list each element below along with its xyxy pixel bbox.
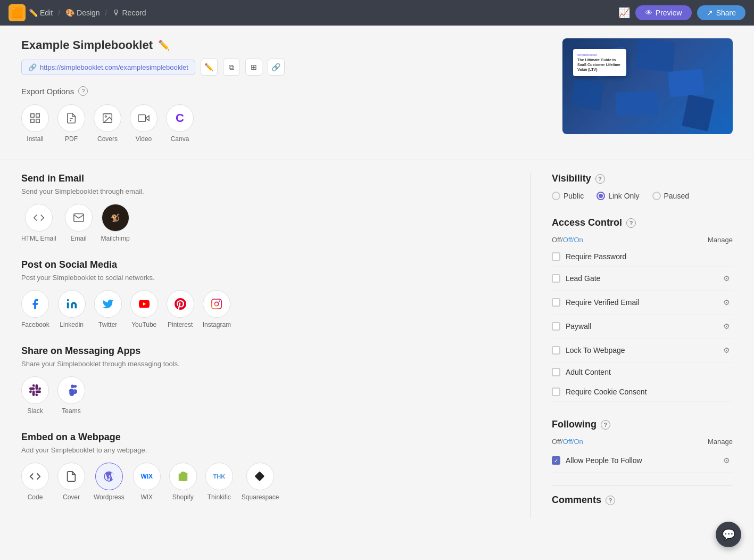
embed-section: Embed on a Webpage Add your Simplebookle… — [21, 432, 509, 501]
email-html[interactable]: HTML Email — [21, 204, 56, 242]
pencil-icon: ✏️ — [204, 63, 213, 71]
pinterest-icon — [167, 290, 194, 318]
embed-code[interactable]: Code — [21, 463, 49, 501]
messaging-teams[interactable]: Teams — [57, 376, 85, 415]
nav-record[interactable]: 🎙 Record — [113, 9, 146, 17]
paywall-checkbox[interactable] — [552, 322, 560, 331]
following-manage-link[interactable]: Manage — [708, 438, 733, 446]
slack-icon — [21, 376, 49, 404]
lead-gate-checkbox[interactable] — [552, 274, 560, 283]
embed-thinkific[interactable]: THK Thinkific — [205, 463, 233, 501]
left-column: Send in Email Send your Simplebooklet th… — [21, 173, 531, 518]
svg-rect-13 — [212, 299, 221, 309]
url-link[interactable]: 🔗 https://simplebooklet.com/examplesimpl… — [21, 60, 195, 75]
messaging-slack[interactable]: Slack — [21, 376, 49, 415]
url-chain-button[interactable]: 🔗 — [268, 59, 285, 76]
access-manage-link[interactable]: Manage — [708, 236, 733, 244]
social-facebook[interactable]: Facebook — [21, 290, 49, 328]
export-install[interactable]: Install — [21, 104, 49, 143]
embed-shopify[interactable]: Shopify — [169, 463, 197, 501]
visibility-paused[interactable]: Paused — [652, 192, 689, 200]
paywall-gear[interactable]: ⚙ — [720, 320, 733, 333]
social-instagram[interactable]: Instagram — [203, 290, 231, 328]
export-section: Export Options ? Install PDF — [21, 86, 562, 143]
email-icon — [65, 204, 93, 232]
embed-squarespace[interactable]: Squarespace — [242, 463, 279, 501]
social-pinterest[interactable]: Pinterest — [167, 290, 194, 328]
email-email[interactable]: Email — [65, 204, 93, 242]
access-header: Off/Off/On Manage — [552, 236, 733, 244]
cookie-consent-checkbox[interactable] — [552, 388, 560, 396]
svg-point-7 — [105, 116, 106, 117]
header-section: Example Simplebooklet ✏️ 🔗 https://simpl… — [21, 38, 733, 147]
video-icon — [130, 104, 158, 132]
app-icon[interactable]: 🟧 — [9, 4, 26, 21]
comments-help-icon[interactable]: ? — [606, 496, 615, 505]
lock-webpage-gear[interactable]: ⚙ — [720, 344, 733, 357]
following-help-icon[interactable]: ? — [601, 420, 610, 430]
access-help-icon[interactable]: ? — [626, 218, 636, 228]
access-control-title: Access Control ? — [552, 217, 733, 228]
social-youtube[interactable]: YouTube — [130, 290, 158, 328]
instagram-icon — [203, 290, 230, 318]
svg-point-15 — [219, 301, 220, 302]
nav-right: 📈 👁 Preview ↗ Share — [618, 5, 745, 20]
chart-icon[interactable]: 📈 — [618, 7, 630, 19]
covers-icon — [94, 104, 121, 132]
install-icon — [21, 104, 49, 132]
social-linkedin[interactable]: Linkedin — [58, 290, 86, 328]
allow-follow-checkbox[interactable]: ✓ — [552, 456, 560, 465]
visibility-public[interactable]: Public — [552, 192, 584, 200]
require-password-checkbox[interactable] — [552, 252, 560, 261]
preview-icon: 👁 — [645, 9, 652, 17]
visibility-help-icon[interactable]: ? — [595, 174, 605, 184]
preview-button[interactable]: 👁 Preview — [635, 5, 692, 20]
access-paywall: Paywall ⚙ — [552, 315, 733, 339]
title-edit-icon[interactable]: ✏️ — [158, 39, 170, 51]
email-mailchimp[interactable]: 🐒 Mailchimp — [101, 204, 130, 242]
following-off-on: Off/Off/On — [552, 438, 583, 446]
embed-wix[interactable]: WIX WIX — [133, 463, 161, 501]
allow-follow-gear[interactable]: ⚙ — [720, 454, 733, 467]
visibility-link-only[interactable]: Link Only — [596, 192, 639, 200]
access-cookie-consent: Require Cookie Consent — [552, 382, 733, 402]
mailchimp-icon: 🐒 — [102, 204, 129, 232]
lead-gate-gear[interactable]: ⚙ — [720, 272, 733, 285]
verified-email-gear[interactable]: ⚙ — [720, 296, 733, 309]
youtube-icon — [130, 290, 158, 318]
export-label: Export Options ? — [21, 86, 562, 96]
page-title: Example Simplebooklet ✏️ — [21, 38, 562, 52]
export-buttons: Install PDF Covers — [21, 104, 562, 143]
visibility-title: Visibility ? — [552, 173, 733, 184]
svg-rect-2 — [31, 119, 34, 122]
nav-design[interactable]: 🎨 Design — [65, 9, 100, 17]
canva-icon: C — [166, 104, 194, 132]
wordpress-icon — [95, 463, 123, 490]
adult-content-checkbox[interactable] — [552, 368, 560, 376]
url-copy-button[interactable]: ⧉ — [223, 59, 240, 76]
svg-point-14 — [215, 302, 219, 306]
export-covers[interactable]: Covers — [94, 104, 121, 143]
following-section: Following ? Off/Off/On Manage ✓ Allow Pe… — [552, 419, 733, 473]
embed-cover[interactable]: Cover — [57, 463, 85, 501]
url-qr-button[interactable]: ⊞ — [245, 59, 262, 76]
preview-overlay: simplebooklet The Ultimate Guide to SaaS… — [573, 49, 626, 76]
nav-edit[interactable]: ✏️ Edit — [29, 9, 53, 17]
visibility-section: Visibility ? Public Link Only Paused — [552, 173, 733, 200]
social-options: Facebook Linkedin Twitter — [21, 290, 509, 328]
url-edit-button[interactable]: ✏️ — [201, 59, 218, 76]
svg-rect-3 — [36, 119, 39, 122]
lock-webpage-checkbox[interactable] — [552, 346, 560, 355]
social-twitter[interactable]: Twitter — [94, 290, 122, 328]
nav-left: 🟧 ✏️ Edit / 🎨 Design / 🎙 Record — [9, 4, 146, 21]
export-pdf[interactable]: PDF — [57, 104, 85, 143]
share-button[interactable]: ↗ Share — [697, 5, 745, 20]
export-video[interactable]: Video — [130, 104, 158, 143]
embed-wordpress[interactable]: Wordpress — [94, 463, 125, 501]
export-help-icon[interactable]: ? — [78, 86, 88, 96]
two-column-layout: Send in Email Send your Simplebooklet th… — [21, 173, 733, 518]
html-email-icon — [25, 204, 53, 232]
export-canva[interactable]: C Canva — [166, 104, 194, 143]
verified-email-checkbox[interactable] — [552, 298, 560, 307]
facebook-icon — [21, 290, 49, 318]
